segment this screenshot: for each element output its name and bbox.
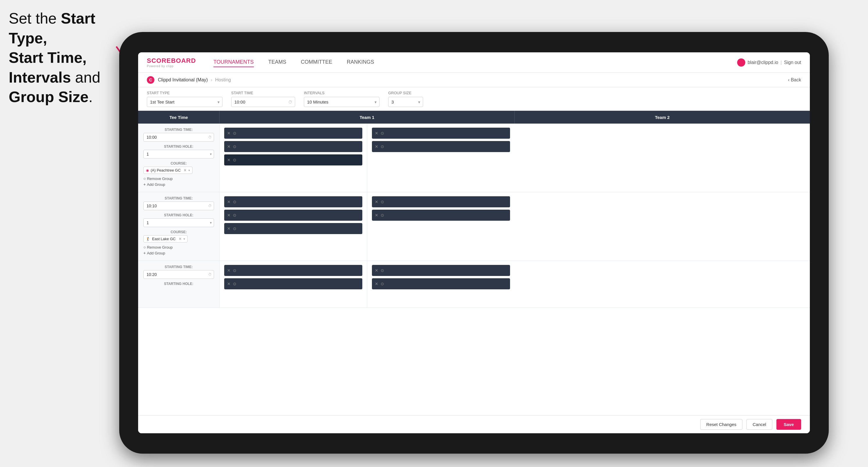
player-controls-1-1: ✕ ⊙ [227, 131, 237, 135]
group-size-select[interactable]: 3 [388, 97, 423, 107]
player-row-2-1: ✕ ⊙ [372, 128, 510, 139]
player-edit-1-2[interactable]: ⊙ [233, 144, 237, 149]
player-remove-1-3[interactable]: ✕ [227, 158, 230, 162]
tablet-device: SCOREBOARD Powered by clipp TOURNAMENTS … [119, 32, 829, 454]
add-group-action-2[interactable]: + Add Group [143, 251, 214, 255]
player-remove-g3-2-1[interactable]: ✕ [375, 268, 378, 273]
starting-hole-label-3: STARTING HOLE: [143, 282, 214, 286]
player-row-1-2: ✕ ⊙ [224, 141, 362, 152]
course-tag-1: ◉ (A) Peachtree GC ✕ ▾ [143, 167, 192, 174]
player-edit-g2-2-2[interactable]: ⊙ [381, 213, 384, 218]
start-type-select[interactable]: 1st Tee Start [147, 97, 222, 107]
start-time-input[interactable] [231, 97, 295, 107]
player-remove-g2-1-1[interactable]: ✕ [227, 199, 230, 204]
player-remove-g2-1-2[interactable]: ✕ [227, 213, 230, 218]
group-teams-2: ✕ ⊙ ✕ ⊙ [220, 192, 515, 260]
player-remove-g3-1-1[interactable]: ✕ [227, 268, 230, 273]
player-edit-g3-2-2[interactable]: ⊙ [381, 281, 384, 286]
team2-cell-2: ✕ ⊙ ✕ ⊙ [367, 192, 515, 260]
starting-time-input-1[interactable] [143, 133, 214, 142]
user-email: blair@clippd.io [748, 60, 778, 65]
player-remove-1-2[interactable]: ✕ [227, 144, 230, 149]
nav-tab-tournaments[interactable]: TOURNAMENTS [213, 58, 254, 67]
player-remove-g3-2-2[interactable]: ✕ [375, 281, 378, 286]
starting-time-input-2[interactable] [143, 201, 214, 210]
add-group-action-1[interactable]: + Add Group [143, 182, 214, 187]
player-edit-g2-1-2[interactable]: ⊙ [233, 213, 237, 218]
course-label-1: COURSE: [143, 161, 214, 165]
course-label-2: COURSE: [143, 230, 214, 234]
player-remove-g2-2-2[interactable]: ✕ [375, 213, 378, 218]
nav-tab-teams[interactable]: TEAMS [269, 58, 286, 67]
group-block-1: STARTING TIME: ⏱ STARTING HOLE: 1 ▾ [138, 124, 810, 192]
intervals-select[interactable]: 10 Minutes [304, 97, 379, 107]
player-controls-2-1: ✕ ⊙ [375, 131, 384, 135]
start-type-group: Start Type 1st Tee Start [147, 91, 222, 107]
group-tee-info-1: STARTING TIME: ⏱ STARTING HOLE: 1 ▾ [138, 124, 220, 192]
course-tag-2: 🏌 East Lake GC ✕ ▾ [143, 235, 188, 243]
user-avatar [737, 58, 745, 67]
app-logo: SCOREBOARD Powered by clipp [147, 57, 196, 68]
starting-hole-select-2[interactable]: 1 [143, 218, 214, 227]
starting-hole-label-2: STARTING HOLE: [143, 213, 214, 217]
player-remove-1-1[interactable]: ✕ [227, 131, 230, 135]
breadcrumb-bar: C Clippd Invitational (May) › Hosting ‹ … [138, 73, 810, 87]
player-edit-2-2[interactable]: ⊙ [381, 144, 384, 149]
player-edit-g2-1-3[interactable]: ⊙ [233, 226, 237, 231]
group-tee-info-2: STARTING TIME: ⏱ STARTING HOLE: 1 ▾ [138, 192, 220, 260]
course-remove-1[interactable]: ✕ [184, 168, 187, 173]
team2-cell-3: ✕ ⊙ ✕ ⊙ [367, 261, 515, 307]
breadcrumb-tournament[interactable]: Clippd Invitational (May) [158, 77, 208, 83]
back-button[interactable]: ‹ Back [788, 77, 801, 83]
player-row-g3-1-1: ✕ ⊙ [224, 265, 362, 276]
player-edit-g3-1-2[interactable]: ⊙ [233, 281, 237, 286]
player-row-g2-1-1: ✕ ⊙ [224, 196, 362, 207]
starting-hole-select-wrapper-1: 1 ▾ [143, 150, 214, 158]
player-row-1-3: ✕ ⊙ [224, 154, 362, 165]
player-row-g3-1-2: ✕ ⊙ [224, 278, 362, 289]
player-edit-1-1[interactable]: ⊙ [233, 131, 237, 135]
time-clock-icon-1: ⏱ [208, 135, 212, 139]
tournament-logo: C [147, 76, 154, 84]
save-button[interactable]: Save [776, 419, 801, 430]
intervals-select-wrapper: 10 Minutes [304, 97, 379, 107]
tablet-screen: SCOREBOARD Powered by clipp TOURNAMENTS … [138, 52, 810, 433]
group-size-group: Group Size 3 [388, 91, 423, 107]
cancel-button[interactable]: Cancel [746, 419, 772, 430]
player-edit-2-1[interactable]: ⊙ [381, 131, 384, 135]
player-edit-g3-1-1[interactable]: ⊙ [233, 268, 237, 273]
th-team2: Team 2 [515, 111, 810, 124]
group-row-1: STARTING TIME: ⏱ STARTING HOLE: 1 ▾ [138, 124, 810, 192]
footer-bar: Reset Changes Cancel Save [138, 415, 810, 433]
player-remove-g3-1-2[interactable]: ✕ [227, 281, 230, 286]
start-type-select-wrapper: 1st Tee Start [147, 97, 222, 107]
starting-hole-select-1[interactable]: 1 [143, 150, 214, 158]
course-name-1: (A) Peachtree GC [151, 168, 181, 173]
player-remove-g2-2-1[interactable]: ✕ [375, 199, 378, 204]
player-edit-g2-2-1[interactable]: ⊙ [381, 199, 384, 204]
player-remove-2-1[interactable]: ✕ [375, 131, 378, 135]
nav-tab-rankings[interactable]: RANKINGS [347, 58, 374, 67]
remove-group-action-2[interactable]: ○ Remove Group [143, 245, 214, 249]
nav-tab-committee[interactable]: COMMITTEE [301, 58, 332, 67]
player-row-2-2: ✕ ⊙ [372, 141, 510, 152]
player-remove-g2-1-3[interactable]: ✕ [227, 226, 230, 231]
starting-time-input-3[interactable] [143, 270, 214, 279]
controls-row: Start Type 1st Tee Start Start Time ⏱ In… [138, 87, 810, 111]
reset-changes-button[interactable]: Reset Changes [700, 419, 742, 430]
group-row-2: STARTING TIME: ⏱ STARTING HOLE: 1 ▾ [138, 192, 810, 260]
start-time-input-wrapper: ⏱ [231, 97, 295, 107]
remove-group-action-1[interactable]: ○ Remove Group [143, 176, 214, 181]
player-edit-g3-2-1[interactable]: ⊙ [381, 268, 384, 273]
starting-time-label-1: STARTING TIME: [143, 128, 214, 132]
starting-time-input-wrapper-1: ⏱ [143, 133, 214, 142]
course-remove-2[interactable]: ✕ [179, 237, 182, 241]
sign-out-link[interactable]: Sign out [784, 60, 801, 65]
player-row-g2-2-1: ✕ ⊙ [372, 196, 510, 207]
start-time-group: Start Time ⏱ [231, 91, 295, 107]
player-remove-2-2[interactable]: ✕ [375, 144, 378, 149]
player-edit-1-3[interactable]: ⊙ [233, 158, 237, 162]
clock-icon: ⏱ [288, 100, 292, 104]
player-edit-g2-1-1[interactable]: ⊙ [233, 199, 237, 204]
start-time-label: Start Time [231, 91, 295, 95]
